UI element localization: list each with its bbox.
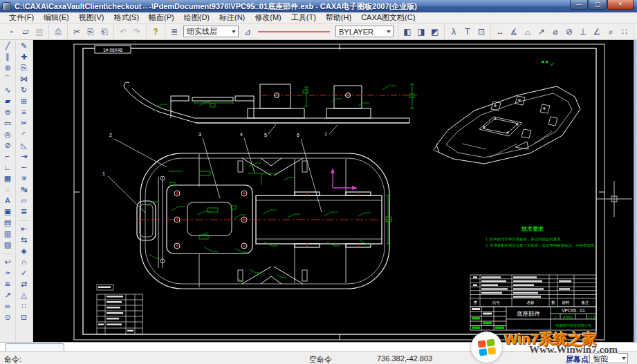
view-pan-button[interactable]: ◨: [414, 25, 428, 38]
menu-item-1[interactable]: 文件(F): [4, 12, 39, 23]
snap-mode-select[interactable]: 智能: [589, 353, 628, 363]
tool-break-line-button[interactable]: ≋: [1, 279, 15, 290]
tool-point-button[interactable]: ⊙: [1, 312, 15, 323]
tool-align-button[interactable]: ⇤: [17, 224, 30, 235]
menu-item-7[interactable]: 标注(N): [214, 12, 250, 23]
tool-properties-button[interactable]: ◈: [17, 246, 30, 257]
tool-arrow-button[interactable]: ↗: [1, 290, 15, 301]
tool-explode-button[interactable]: ✳: [17, 173, 30, 184]
angular-dimension-button[interactable]: ∡: [507, 25, 521, 38]
arc-dimension-button[interactable]: ⌓: [521, 25, 535, 38]
tool-table-button[interactable]: ▤: [1, 218, 15, 229]
properties-icon: ◈: [21, 247, 26, 255]
mirror-icon: ⋈: [20, 75, 28, 83]
close-button[interactable]: ✕: [607, 0, 634, 10]
app-icon[interactable]: [2, 2, 11, 11]
paste-button[interactable]: ⎗: [98, 25, 111, 38]
tool-trim-button[interactable]: ✂: [17, 118, 30, 129]
tool-arc-button[interactable]: ⌒: [1, 74, 15, 85]
tool-section-line-button[interactable]: ⊘: [1, 140, 15, 151]
menu-item-8[interactable]: 修改(M): [250, 12, 286, 23]
tool-polyline-button[interactable]: ∟: [1, 162, 15, 173]
tool-donut-button[interactable]: ◎: [1, 129, 15, 140]
tool-block-button[interactable]: ▣: [1, 207, 15, 218]
menu-item-4[interactable]: 格式(S): [109, 12, 144, 23]
tool-hatch-button[interactable]: ▦: [1, 173, 15, 184]
color-select[interactable]: BYLAYER: [335, 26, 394, 37]
tool-array-button[interactable]: ⊞: [17, 96, 30, 107]
tool-offset-button[interactable]: ≡: [17, 107, 30, 118]
tool-revision-cloud-button[interactable]: ◌: [1, 184, 15, 195]
tool-parallel-line-button[interactable]: ∥: [1, 52, 15, 63]
help-button[interactable]: ?: [149, 25, 163, 38]
leader-button[interactable]: ↗: [535, 25, 548, 38]
tool-stretch-button[interactable]: ↹: [17, 184, 30, 195]
tool-sheet-button[interactable]: ▨: [1, 240, 15, 251]
menu-item-2[interactable]: 编辑(E): [39, 12, 74, 23]
tool-scale-button[interactable]: ▱: [17, 195, 30, 207]
tolerance-button[interactable]: ⊘: [562, 25, 576, 38]
tool-step-line-button[interactable]: ⌐: [1, 151, 15, 162]
menu-item-10[interactable]: 帮助(H): [321, 12, 356, 23]
command-window[interactable]: [0, 342, 637, 351]
menu-item-5[interactable]: 幅面(P): [144, 12, 179, 23]
tool-undo-line-button[interactable]: ↩: [1, 257, 15, 268]
menu-item-9[interactable]: 工具(T): [286, 12, 321, 23]
new-button[interactable]: ▫: [5, 25, 19, 38]
tool-ole-object-button[interactable]: ⊡: [17, 312, 30, 323]
tool-contour-button[interactable]: ∞: [1, 301, 15, 312]
linetype-button[interactable]: ⊿: [241, 25, 255, 38]
text-button[interactable]: T: [461, 25, 474, 38]
command-window-tab[interactable]: [5, 343, 64, 351]
tool-chamfer-button[interactable]: ◺: [17, 140, 30, 151]
tool-rectangle-button[interactable]: ▭: [1, 118, 15, 129]
drawing-canvas[interactable]: 1#-96X48: [33, 40, 634, 342]
copy-button[interactable]: ⎘: [84, 25, 98, 38]
datum-button[interactable]: ⊥: [576, 25, 590, 38]
diameter-dimension-button[interactable]: ⌀: [548, 25, 562, 38]
menu-item-3[interactable]: 视图(V): [74, 12, 109, 23]
chamfer-dimension-button[interactable]: ∠: [590, 25, 604, 38]
tool-transform-button[interactable]: ⇄: [17, 279, 30, 290]
tool-mirror-button[interactable]: ⋈: [17, 74, 30, 85]
print-button[interactable]: ⎙: [51, 25, 65, 38]
minimize-button[interactable]: —: [570, 0, 588, 10]
tool-bom-table-button[interactable]: ▥: [1, 229, 15, 240]
tool-curve-fit-button[interactable]: ∩: [17, 257, 30, 268]
maximize-button[interactable]: ▢: [589, 0, 607, 10]
command-prompt[interactable]: 命令:: [4, 354, 21, 364]
open-button[interactable]: ▱: [19, 25, 33, 38]
layers-button[interactable]: ≣: [167, 25, 181, 38]
menu-item-11[interactable]: CAXA图文档(C): [356, 12, 420, 23]
tool-measure-button[interactable]: △: [17, 290, 30, 301]
image-button[interactable]: ⊡: [474, 25, 488, 38]
tool-extend-button[interactable]: ⇥: [17, 151, 30, 162]
tool-erase-button[interactable]: ✎: [17, 41, 30, 52]
tool-fillet-button[interactable]: ◜: [17, 129, 30, 140]
cad-drawing[interactable]: 1#-96X48: [33, 40, 634, 342]
tool-spline-button[interactable]: ∿: [1, 85, 15, 96]
cut-button[interactable]: ✂: [70, 25, 84, 38]
tool-layer-tool-button[interactable]: ≣: [17, 207, 30, 218]
menu-item-6[interactable]: 绘图(D): [179, 12, 214, 23]
view-window-button[interactable]: ◧: [400, 25, 414, 38]
tool-move-button[interactable]: ✚: [17, 52, 30, 63]
layer-select[interactable]: 细实线层: [183, 26, 239, 37]
view-named-button[interactable]: ◩: [428, 25, 442, 38]
tool-text-button[interactable]: A: [1, 195, 15, 207]
tool-line-button[interactable]: ╱: [1, 41, 15, 52]
tool-wave-line-button[interactable]: ≈: [1, 268, 15, 279]
sketch-button[interactable]: λ: [447, 25, 461, 38]
tool-circle-button[interactable]: ⊕: [1, 63, 15, 74]
dimension-button[interactable]: ↔: [493, 25, 507, 38]
tool-ellipse-button[interactable]: ⊜: [1, 107, 15, 118]
tool-scatter-button[interactable]: ∷: [17, 301, 30, 312]
tool-rotate-button[interactable]: ↻: [17, 85, 30, 96]
tool-break-button[interactable]: ┄: [17, 162, 30, 173]
tool-distribute-button[interactable]: ⇆: [17, 235, 30, 246]
dimension-style-button[interactable]: ∷: [618, 25, 631, 38]
tool-solid-fill-button[interactable]: ▰: [1, 96, 15, 107]
tool-copy-entity-button[interactable]: ⎘: [17, 63, 30, 74]
tool-check-button[interactable]: ✓: [17, 268, 30, 279]
find-dimension-button[interactable]: ⌕: [604, 25, 618, 38]
